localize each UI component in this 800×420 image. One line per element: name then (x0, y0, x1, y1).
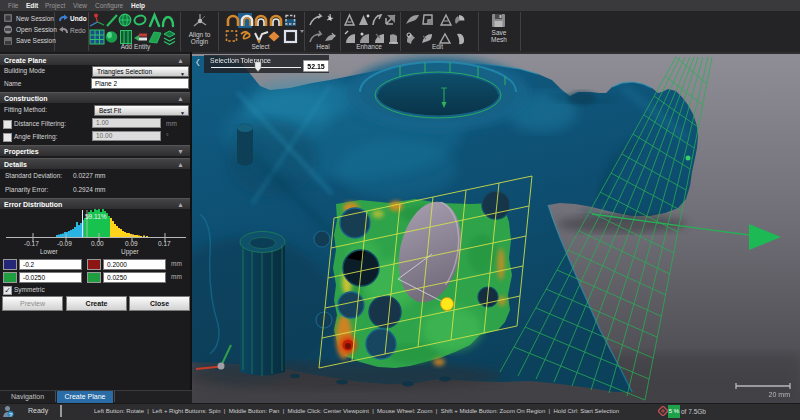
svg-text:59.11%: 59.11% (85, 213, 107, 220)
svg-text:20 mm: 20 mm (769, 391, 791, 398)
svg-text:❮: ❮ (195, 58, 201, 66)
svg-text:52.15: 52.15 (307, 63, 325, 70)
svg-text:Selection Tolerance: Selection Tolerance (210, 57, 271, 64)
